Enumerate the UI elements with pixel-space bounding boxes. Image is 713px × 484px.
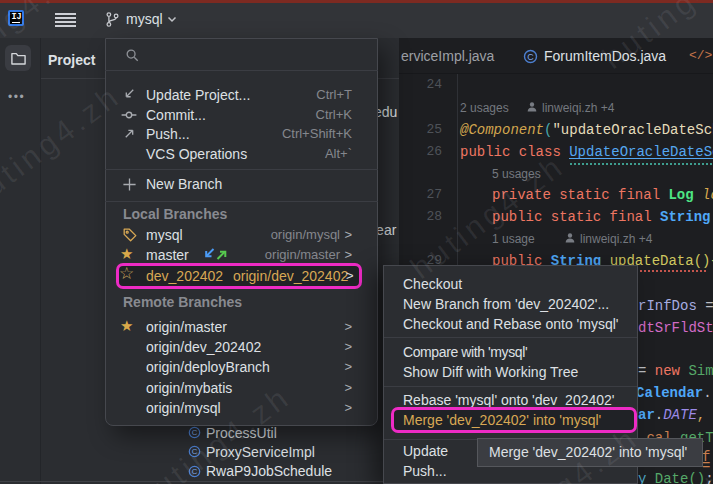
svg-text:C: C [192, 467, 198, 476]
svg-text:C: C [192, 447, 198, 456]
svg-text:C: C [527, 52, 534, 62]
svg-text:C: C [192, 428, 198, 437]
